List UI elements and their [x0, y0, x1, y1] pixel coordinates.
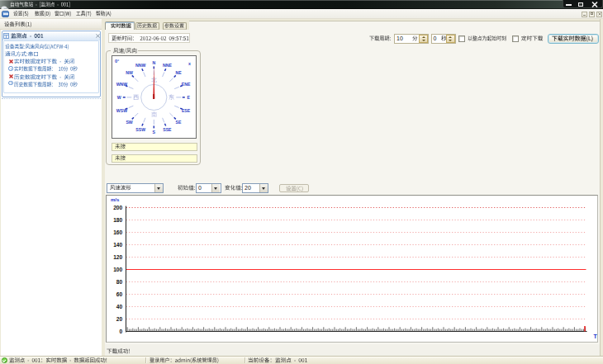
svg-text:m/s: m/s — [111, 197, 120, 202]
svg-text:120: 120 — [113, 254, 122, 260]
svg-text:S: S — [153, 130, 156, 135]
svg-text:E: E — [188, 95, 191, 100]
svg-text:20: 20 — [116, 316, 123, 322]
svg-text:W: W — [117, 95, 121, 100]
svg-text:140: 140 — [113, 242, 122, 248]
svg-text:NW: NW — [126, 70, 133, 75]
svg-text:NNE: NNE — [163, 63, 172, 68]
svg-text:x: x — [188, 61, 191, 66]
svg-text:ESE: ESE — [182, 108, 191, 113]
svg-text:WNW: WNW — [116, 82, 128, 87]
svg-text:200: 200 — [113, 205, 122, 210]
svg-text:0°: 0° — [115, 58, 119, 63]
svg-text:SSW: SSW — [135, 126, 145, 131]
svg-text:80: 80 — [116, 279, 123, 285]
svg-text:60: 60 — [116, 291, 123, 297]
svg-text:SSE: SSE — [163, 126, 172, 131]
svg-text:160: 160 — [113, 229, 122, 235]
svg-text:180: 180 — [113, 217, 122, 223]
svg-text:NNW: NNW — [135, 63, 145, 68]
svg-text:0: 0 — [120, 329, 123, 334]
svg-text:SE: SE — [176, 119, 182, 124]
svg-text:ENE: ENE — [182, 82, 191, 87]
svg-text:N: N — [152, 60, 155, 65]
svg-text:SW: SW — [126, 119, 132, 124]
svg-text:WSW: WSW — [116, 108, 127, 113]
svg-text:100: 100 — [113, 267, 122, 272]
svg-text:40: 40 — [116, 304, 123, 310]
svg-text:NE: NE — [175, 70, 182, 75]
svg-text:T: T — [594, 333, 598, 339]
